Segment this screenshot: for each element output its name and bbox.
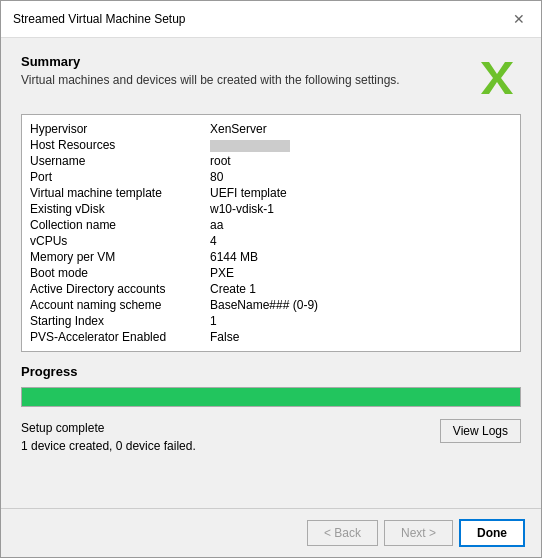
- table-row: vCPUs4: [30, 233, 512, 249]
- table-row: Existing vDiskw10-vdisk-1: [30, 201, 512, 217]
- row-value: root: [210, 154, 512, 168]
- progress-bar-container: [21, 387, 521, 407]
- table-row: Collection nameaa: [30, 217, 512, 233]
- row-value: BaseName### (0-9): [210, 298, 512, 312]
- row-label: Account naming scheme: [30, 298, 210, 312]
- progress-bar-fill: [22, 388, 520, 406]
- main-window: Streamed Virtual Machine Setup ✕ Summary…: [0, 0, 542, 558]
- table-row: PVS-Accelerator EnabledFalse: [30, 329, 512, 345]
- table-row: Active Directory accountsCreate 1: [30, 281, 512, 297]
- row-value: Create 1: [210, 282, 512, 296]
- row-value: 80: [210, 170, 512, 184]
- redacted-value: [210, 140, 290, 152]
- title-bar: Streamed Virtual Machine Setup ✕: [1, 1, 541, 38]
- row-value: False: [210, 330, 512, 344]
- header-text: Summary Virtual machines and devices wil…: [21, 54, 473, 87]
- row-value: 4: [210, 234, 512, 248]
- row-label: Virtual machine template: [30, 186, 210, 200]
- row-value: [210, 138, 512, 152]
- svg-marker-0: [481, 62, 513, 94]
- table-row: Starting Index1: [30, 313, 512, 329]
- header-section: Summary Virtual machines and devices wil…: [21, 54, 521, 102]
- table-row: HypervisorXenServer: [30, 121, 512, 137]
- footer: < Back Next > Done: [1, 508, 541, 557]
- row-label: Collection name: [30, 218, 210, 232]
- row-value: aa: [210, 218, 512, 232]
- status-area: Setup complete 1 device created, 0 devic…: [21, 419, 521, 455]
- row-label: Host Resources: [30, 138, 210, 152]
- table-row: Usernameroot: [30, 153, 512, 169]
- row-label: Boot mode: [30, 266, 210, 280]
- table-row: Memory per VM6144 MB: [30, 249, 512, 265]
- table-row: Port80: [30, 169, 512, 185]
- table-row: Boot modePXE: [30, 265, 512, 281]
- window-title: Streamed Virtual Machine Setup: [13, 12, 186, 26]
- next-button[interactable]: Next >: [384, 520, 453, 546]
- summary-description: Virtual machines and devices will be cre…: [21, 73, 473, 87]
- row-label: Hypervisor: [30, 122, 210, 136]
- table-row: Virtual machine templateUEFI template: [30, 185, 512, 201]
- row-label: Port: [30, 170, 210, 184]
- summary-title: Summary: [21, 54, 473, 69]
- row-label: PVS-Accelerator Enabled: [30, 330, 210, 344]
- row-value: 1: [210, 314, 512, 328]
- progress-section: Progress Setup complete 1 device created…: [21, 364, 521, 455]
- xen-logo-icon: [473, 54, 521, 102]
- table-row: Account naming schemeBaseName### (0-9): [30, 297, 512, 313]
- row-value: UEFI template: [210, 186, 512, 200]
- back-button[interactable]: < Back: [307, 520, 378, 546]
- row-value: XenServer: [210, 122, 512, 136]
- row-label: vCPUs: [30, 234, 210, 248]
- status-line1: Setup complete: [21, 419, 196, 437]
- row-label: Active Directory accounts: [30, 282, 210, 296]
- row-label: Memory per VM: [30, 250, 210, 264]
- progress-title: Progress: [21, 364, 521, 379]
- close-button[interactable]: ✕: [509, 9, 529, 29]
- info-rows: HypervisorXenServerHost ResourcesUsernam…: [30, 121, 512, 345]
- status-text: Setup complete 1 device created, 0 devic…: [21, 419, 196, 455]
- row-value: PXE: [210, 266, 512, 280]
- done-button[interactable]: Done: [459, 519, 525, 547]
- row-label: Username: [30, 154, 210, 168]
- table-row: Host Resources: [30, 137, 512, 153]
- info-table: HypervisorXenServerHost ResourcesUsernam…: [21, 114, 521, 352]
- row-label: Starting Index: [30, 314, 210, 328]
- view-logs-button[interactable]: View Logs: [440, 419, 521, 443]
- row-label: Existing vDisk: [30, 202, 210, 216]
- content-area: Summary Virtual machines and devices wil…: [1, 38, 541, 508]
- row-value: w10-vdisk-1: [210, 202, 512, 216]
- row-value: 6144 MB: [210, 250, 512, 264]
- status-line2: 1 device created, 0 device failed.: [21, 437, 196, 455]
